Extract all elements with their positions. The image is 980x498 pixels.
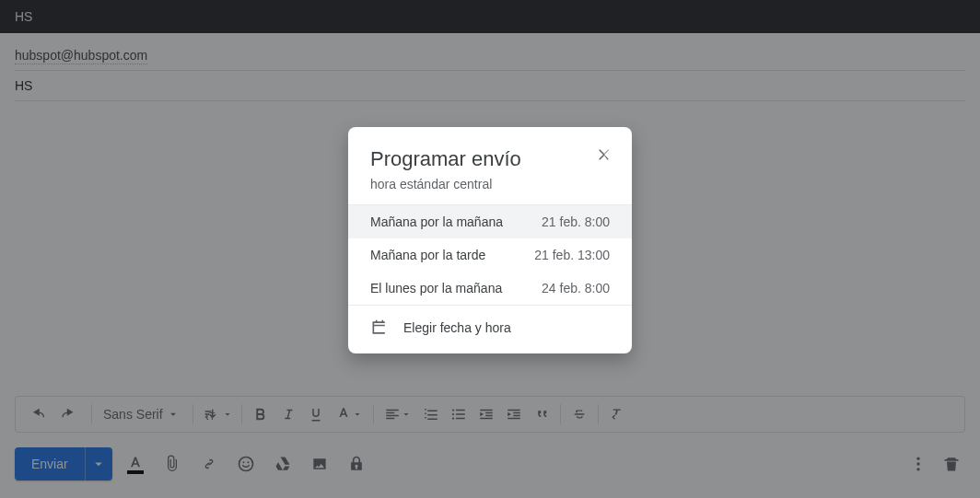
schedule-option-label: El lunes por la mañana bbox=[370, 281, 502, 295]
schedule-option-time: 21 feb. 8:00 bbox=[542, 214, 610, 229]
modal-close-button[interactable] bbox=[589, 140, 619, 169]
schedule-option-tomorrow-morning[interactable]: Mañana por la mañana 21 feb. 8:00 bbox=[348, 205, 632, 238]
schedule-send-modal: Programar envío hora estándar central Ma… bbox=[348, 127, 632, 353]
modal-subtitle: hora estándar central bbox=[370, 177, 610, 191]
pick-date-time-button[interactable]: Elegir fecha y hora bbox=[348, 306, 632, 353]
schedule-option-tomorrow-afternoon[interactable]: Mañana por la tarde 21 feb. 13:00 bbox=[348, 238, 632, 272]
schedule-option-label: Mañana por la tarde bbox=[370, 248, 485, 262]
modal-title: Programar envío bbox=[370, 147, 610, 171]
calendar-icon bbox=[370, 318, 389, 337]
schedule-option-label: Mañana por la mañana bbox=[370, 214, 503, 229]
schedule-option-time: 24 feb. 8:00 bbox=[542, 281, 610, 295]
schedule-option-monday-morning[interactable]: El lunes por la mañana 24 feb. 8:00 bbox=[348, 272, 632, 305]
pick-date-time-label: Elegir fecha y hora bbox=[403, 320, 511, 335]
schedule-option-time: 21 feb. 13:00 bbox=[534, 248, 610, 262]
